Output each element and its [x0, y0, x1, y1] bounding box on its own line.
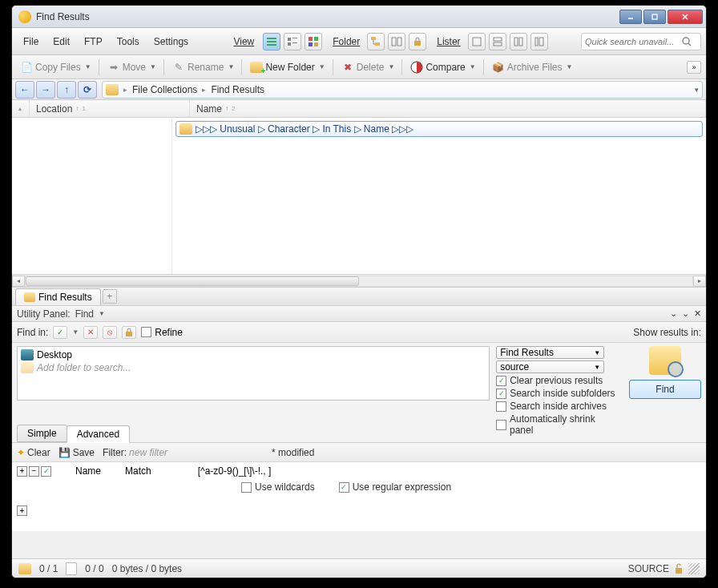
app-icon [18, 10, 31, 23]
tab-find-results[interactable]: Find Results [15, 288, 101, 305]
dual-pane-icon[interactable] [388, 33, 405, 50]
menu-ftp[interactable]: FTP [78, 33, 109, 50]
toolbar-overflow-button[interactable]: » [687, 61, 701, 74]
new-tab-button[interactable]: + [103, 289, 117, 304]
refine-checkbox[interactable]: Refine [141, 327, 183, 338]
new-folder-button[interactable]: +New Folder▼ [247, 59, 327, 75]
scroll-thumb[interactable] [26, 276, 359, 286]
archives-checkbox[interactable]: Search inside archives [496, 401, 619, 412]
find-body: Desktop Add folder to search... Find Res… [12, 343, 706, 425]
svg-rect-25 [514, 38, 518, 46]
name-pane[interactable]: ▷▷▷ Unusual ▷ Character ▷ In This ▷ Name… [172, 118, 706, 274]
chevron-down-icon[interactable]: ▾ [695, 86, 699, 94]
menu-edit[interactable]: Edit [46, 33, 76, 50]
add-folder-icon[interactable]: ✓ [53, 326, 67, 339]
rename-button[interactable]: ✎Rename▼ [169, 59, 236, 75]
file-row[interactable]: ▷▷▷ Unusual ▷ Character ▷ In This ▷ Name… [175, 121, 703, 137]
column-location[interactable]: Location↑1 [30, 100, 190, 117]
window-controls [618, 10, 703, 24]
lock-folder-icon[interactable] [122, 326, 136, 339]
results-target-combo[interactable]: Find Results▼ [496, 346, 604, 359]
lister-dualv-icon[interactable] [510, 33, 527, 50]
pattern-value[interactable]: [^a-z0-9()_[\]\-!., ] [175, 465, 272, 477]
horizontal-scrollbar[interactable]: ◂ ▸ [12, 274, 706, 287]
folder-tree-icon[interactable] [367, 33, 385, 50]
nav-up-button[interactable]: ↑ [57, 81, 76, 99]
clause-op[interactable]: Match [125, 465, 151, 477]
nav-forward-button[interactable]: → [36, 81, 55, 99]
subfolders-checkbox[interactable]: ✓Search inside subfolders [496, 388, 619, 399]
menu-file[interactable]: File [17, 33, 45, 50]
search-icon [681, 36, 692, 47]
close-button[interactable] [668, 10, 703, 24]
regex-checkbox[interactable]: ✓Use regular expression [339, 481, 451, 493]
breadcrumb[interactable]: ▸ File Collections ▸ Find Results ▾ [102, 81, 703, 99]
wildcards-checkbox[interactable]: Use wildcards [241, 481, 315, 493]
tab-simple[interactable]: Simple [17, 425, 67, 442]
copy-files-button[interactable]: 📄Copy Files▼ [17, 59, 94, 75]
menu-view[interactable]: View [227, 33, 260, 50]
clear-results-checkbox[interactable]: ✓Clear previous results [496, 375, 619, 386]
folder-icon [24, 292, 35, 302]
clear-filter-button[interactable]: ✦Clear [17, 447, 50, 458]
clear-folders-icon[interactable]: ⦸ [103, 326, 117, 339]
column-name[interactable]: Name↑2 [190, 100, 706, 117]
breadcrumb-root[interactable]: File Collections [132, 84, 197, 95]
maximize-button[interactable] [643, 10, 666, 24]
lister-tree-icon[interactable] [530, 33, 548, 50]
status-files: 0 / 0 [85, 563, 103, 574]
find-button[interactable]: Find [629, 380, 701, 399]
nav-refresh-button[interactable]: ⟳ [78, 81, 97, 99]
menu-lister[interactable]: Lister [429, 36, 465, 47]
search-folder-list[interactable]: Desktop Add folder to search... [17, 346, 490, 401]
chevron-down-icon[interactable]: ▼ [72, 328, 79, 336]
resize-grip[interactable] [688, 563, 700, 574]
add-folder-hint[interactable]: Add folder to search... [21, 361, 486, 374]
quick-search-input[interactable] [585, 37, 681, 46]
clause-enabled-checkbox[interactable]: ✓ [41, 466, 51, 477]
remove-clause-button[interactable]: − [29, 466, 39, 477]
chevron-down-icon[interactable]: ▼ [99, 310, 105, 317]
view-thumbs-icon[interactable] [305, 33, 322, 50]
view-list-icon[interactable] [284, 33, 301, 50]
nav-back-button[interactable]: ← [15, 81, 34, 99]
scroll-right-button[interactable]: ▸ [693, 276, 706, 287]
utility-panel-mode[interactable]: Find [75, 308, 94, 320]
save-filter-button[interactable]: 💾Save [58, 447, 95, 458]
svg-rect-1 [652, 14, 657, 19]
detach-button[interactable]: ⌄ [682, 308, 689, 319]
svg-rect-24 [494, 42, 502, 46]
breadcrumb-current[interactable]: Find Results [211, 84, 264, 95]
menu-tools[interactable]: Tools [111, 33, 146, 50]
collapse-button[interactable]: ⌄ [670, 308, 677, 319]
add-clause-button[interactable]: + [17, 505, 27, 516]
add-clause-button[interactable]: + [17, 466, 27, 477]
scroll-left-button[interactable]: ◂ [12, 276, 25, 287]
lister-single-icon[interactable] [468, 33, 486, 50]
lister-dualh-icon[interactable] [489, 33, 506, 50]
shrink-checkbox[interactable]: Automatically shrink panel [496, 413, 619, 436]
delete-button[interactable]: ✖Delete▼ [338, 59, 397, 75]
tab-advanced[interactable]: Advanced [67, 425, 130, 443]
svg-rect-14 [314, 42, 318, 46]
menu-settings[interactable]: Settings [147, 33, 195, 50]
quick-search[interactable] [581, 33, 701, 50]
minimize-button[interactable] [619, 10, 642, 24]
scroll-track[interactable] [25, 276, 693, 287]
menu-folder[interactable]: Folder [325, 36, 365, 47]
sort-indicator[interactable]: ▴ [12, 100, 30, 117]
archive-button[interactable]: 📦Archive Files▼ [489, 59, 575, 75]
move-button[interactable]: ➡Move▼ [104, 59, 159, 75]
view-details-icon[interactable] [263, 33, 280, 50]
location-pane[interactable] [12, 118, 172, 274]
lock-icon[interactable] [409, 33, 426, 50]
filter-dropdown[interactable]: Filter: new filter [103, 447, 167, 458]
results-source-combo[interactable]: source▼ [496, 360, 604, 373]
clause-type[interactable]: Name [75, 465, 101, 477]
rename-icon: ✎ [172, 61, 185, 74]
desktop-icon [21, 349, 34, 360]
close-panel-button[interactable]: ✕ [694, 308, 701, 319]
compare-button[interactable]: Compare▼ [407, 59, 478, 75]
remove-folder-icon[interactable]: ✕ [83, 326, 98, 339]
folder-list-item[interactable]: Desktop [21, 348, 486, 361]
